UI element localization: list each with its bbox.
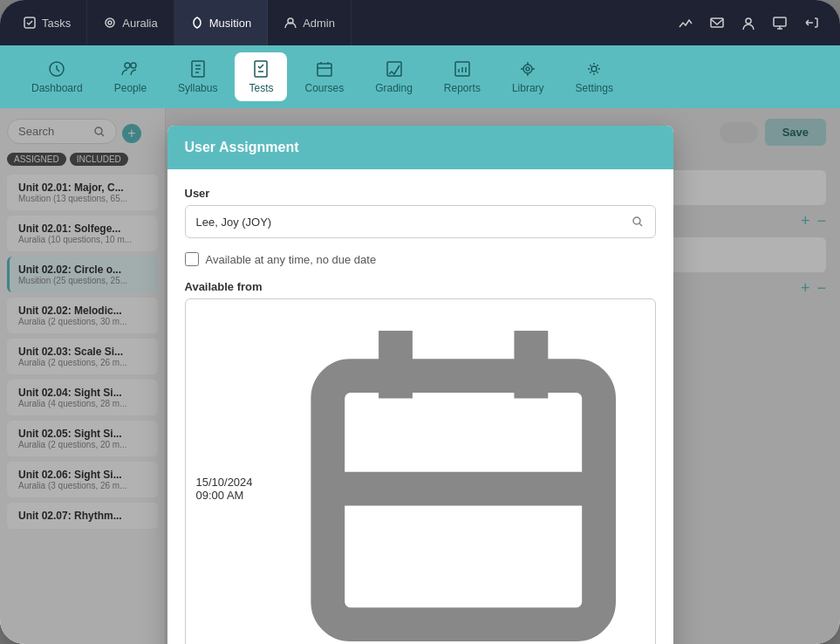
svg-point-5 xyxy=(746,18,751,24)
logout-icon[interactable] xyxy=(803,15,819,31)
sec-nav-courses[interactable]: Courses xyxy=(290,52,358,101)
svg-point-19 xyxy=(633,217,640,224)
nav-tab-auralia[interactable]: Auralia xyxy=(87,0,174,45)
top-nav-tabs: Tasks Auralia Musition xyxy=(7,0,664,45)
available-from-group: Available from 15/10/2024 09:00 AM xyxy=(185,280,656,644)
svg-point-15 xyxy=(523,65,532,73)
svg-rect-11 xyxy=(255,61,267,77)
svg-point-9 xyxy=(131,63,136,68)
user-input[interactable]: Lee, Joy (JOY) xyxy=(185,205,656,238)
svg-point-8 xyxy=(125,63,130,68)
nav-tab-admin[interactable]: Admin xyxy=(268,0,352,45)
top-nav: Tasks Auralia Musition xyxy=(0,0,840,45)
sec-nav-settings[interactable]: Settings xyxy=(562,52,627,101)
user-assignment-modal: User Assignment User Lee, Joy (JOY) xyxy=(167,126,673,644)
top-nav-icons xyxy=(664,15,833,31)
svg-rect-6 xyxy=(774,17,786,26)
svg-point-1 xyxy=(106,18,114,27)
screen: Tasks Auralia Musition xyxy=(0,0,840,644)
sec-nav-tests[interactable]: Tests xyxy=(235,52,287,101)
user-label: User xyxy=(185,187,656,200)
available-from-input[interactable]: 15/10/2024 09:00 AM xyxy=(185,298,656,644)
modal-title: User Assignment xyxy=(185,140,299,154)
available-from-label: Available from xyxy=(185,280,656,293)
sec-nav-library[interactable]: Library xyxy=(498,52,558,101)
device-frame: Tasks Auralia Musition xyxy=(0,0,840,644)
secondary-nav: Dashboard People Syllabus xyxy=(0,45,840,108)
sec-nav-dashboard[interactable]: Dashboard xyxy=(17,52,97,101)
modal-overlay: User Assignment User Lee, Joy (JOY) xyxy=(0,108,840,644)
sec-nav-syllabus[interactable]: Syllabus xyxy=(164,52,231,101)
nav-tab-musition[interactable]: Musition xyxy=(174,0,268,45)
svg-rect-12 xyxy=(318,64,331,76)
sec-nav-grading[interactable]: Grading xyxy=(361,52,427,101)
svg-point-2 xyxy=(108,21,112,24)
calendar-icon xyxy=(283,308,644,644)
sec-nav-reports[interactable]: Reports xyxy=(430,52,495,101)
chart-icon[interactable] xyxy=(678,15,693,31)
modal-header: User Assignment xyxy=(167,126,673,169)
main-content: + ASSIGNED INCLUDED Unit 02.01: Major, C… xyxy=(0,108,840,644)
svg-rect-4 xyxy=(711,18,723,27)
available-anytime-row: Available at any time, no due date xyxy=(185,252,656,266)
user-icon[interactable] xyxy=(741,15,756,31)
svg-point-16 xyxy=(526,67,529,71)
svg-point-17 xyxy=(591,66,597,72)
user-field-group: User Lee, Joy (JOY) xyxy=(185,187,656,238)
available-anytime-checkbox[interactable] xyxy=(185,252,199,266)
available-from-value: 15/10/2024 09:00 AM xyxy=(196,476,283,502)
sec-nav-people[interactable]: People xyxy=(100,52,160,101)
available-anytime-label: Available at any time, no due date xyxy=(206,253,377,266)
mail-icon[interactable] xyxy=(709,15,725,31)
user-search-icon xyxy=(631,215,645,229)
user-value: Lee, Joy (JOY) xyxy=(196,216,272,229)
modal-body: User Lee, Joy (JOY) xyxy=(167,169,673,644)
nav-tab-tasks[interactable]: Tasks xyxy=(7,0,87,45)
monitor-icon[interactable] xyxy=(772,15,788,31)
